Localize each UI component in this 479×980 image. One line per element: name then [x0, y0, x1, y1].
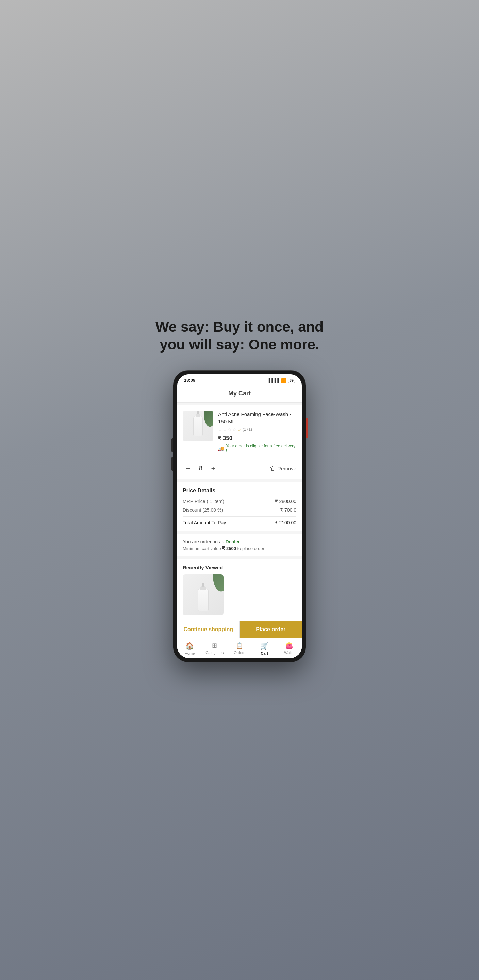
discount-label: Discount (25.00 %) [183, 508, 223, 513]
remove-button[interactable]: 🗑 Remove [270, 466, 296, 472]
quantity-plus-button[interactable]: + [208, 463, 219, 474]
mrp-value: ₹ 2800.00 [275, 498, 297, 504]
cart-title: My Cart [228, 390, 251, 397]
cart-header: My Cart [177, 385, 302, 402]
quantity-value: 8 [199, 465, 202, 472]
status-time: 18:09 [184, 378, 195, 383]
nav-item-wallet[interactable]: 👛 Wallet [277, 638, 302, 658]
home-icon: 🏠 [185, 642, 194, 650]
bottom-nav: 🏠 Home ⊞ Categories 📋 Orders 🛒 Cart 👛 [177, 638, 302, 658]
star-4: ☆ [232, 427, 236, 432]
remove-label: Remove [277, 466, 296, 471]
dealer-info-card: You are ordering as Dealer Minimum cart … [177, 533, 302, 556]
home-label: Home [185, 651, 194, 655]
recently-viewed-item-1[interactable] [183, 574, 223, 615]
trash-icon: 🗑 [270, 466, 275, 472]
phone-frame: 18:09 ▐▐▐▐ 📶 39 My Cart [173, 370, 306, 662]
cart-item-card: Anti Acne Foaming Face-Wash - 150 Ml ☆ ☆… [177, 405, 302, 479]
star-rating: ☆ ☆ ☆ ☆ ☆ (171) [218, 427, 296, 432]
total-label: Total Amount To Pay [183, 520, 226, 525]
tagline: We say: Buy it once, and you will say: O… [156, 318, 323, 354]
discount-value: ₹ 700.0 [280, 508, 296, 513]
recently-viewed-section: Recently Viewed [177, 559, 302, 620]
min-cart-label: Minimum cart value [183, 546, 221, 551]
ordering-text: You are ordering as [183, 539, 224, 544]
nav-item-orders[interactable]: 📋 Orders [227, 638, 252, 658]
star-1: ☆ [218, 427, 222, 432]
categories-label: Categories [205, 651, 223, 655]
star-5: ☆ [237, 427, 241, 432]
wallet-icon: 👛 [285, 642, 293, 649]
min-cart-amount: ₹ 2500 [222, 546, 236, 551]
status-bar: 18:09 ▐▐▐▐ 📶 39 [177, 374, 302, 385]
wifi-icon: 📶 [281, 378, 286, 383]
price-details-title: Price Details [183, 488, 296, 494]
place-order-button[interactable]: Place order [240, 621, 302, 638]
status-icons: ▐▐▐▐ 📶 39 [267, 378, 295, 383]
product-price: ₹ 350 [218, 435, 296, 442]
orders-label: Orders [234, 651, 245, 655]
cart-label: Cart [261, 651, 268, 655]
price-details-card: Price Details MRP Price ( 1 item) ₹ 2800… [177, 482, 302, 531]
recently-viewed-title: Recently Viewed [183, 565, 296, 570]
phone-screen: 18:09 ▐▐▐▐ 📶 39 My Cart [177, 374, 302, 658]
total-value: ₹ 2100.00 [275, 520, 297, 525]
product-details: Anti Acne Foaming Face-Wash - 150 Ml ☆ ☆… [218, 411, 296, 453]
wallet-label: Wallet [284, 651, 294, 655]
product-name: Anti Acne Foaming Face-Wash - 150 Ml [218, 411, 296, 425]
quantity-controls: − 8 + [183, 463, 219, 474]
cart-icon: 🛒 [260, 642, 269, 650]
recently-viewed-items [183, 574, 296, 615]
star-2: ☆ [223, 427, 227, 432]
nav-item-home[interactable]: 🏠 Home [177, 638, 202, 658]
mrp-price-row: MRP Price ( 1 item) ₹ 2800.00 [183, 498, 296, 504]
screen-content: My Cart Anti Acne Foaming Face-Wash - 15… [177, 385, 302, 658]
nav-item-cart[interactable]: 🛒 Cart [252, 638, 277, 658]
dealer-highlight: Dealer [226, 539, 240, 544]
mrp-label: MRP Price ( 1 item) [183, 498, 224, 504]
price-value: 350 [223, 435, 232, 441]
free-delivery-text: Your order is eligible for a free delive… [226, 444, 296, 453]
battery-icon: 39 [288, 378, 295, 383]
review-count: (171) [243, 427, 252, 432]
delivery-truck-icon: 🚚 [218, 446, 224, 451]
discount-row: Discount (25.00 %) ₹ 700.0 [183, 508, 296, 513]
price-rupee-symbol: ₹ [218, 436, 221, 441]
product-bottle-illustration [193, 416, 203, 436]
product-image [183, 411, 213, 441]
min-cart-suffix: to place order [237, 546, 265, 551]
bottle-pump [197, 411, 199, 414]
signal-icon: ▐▐▐▐ [267, 378, 279, 383]
total-row: Total Amount To Pay ₹ 2100.00 [183, 516, 296, 525]
nav-item-categories[interactable]: ⊞ Categories [202, 638, 227, 658]
action-buttons: Continue shopping Place order [177, 620, 302, 638]
dealer-text: You are ordering as Dealer [183, 539, 296, 544]
categories-icon: ⊞ [212, 642, 217, 649]
rv-bottle-illustration [198, 589, 208, 611]
cart-item-actions: − 8 + 🗑 Remove [183, 459, 296, 474]
free-delivery-notice: 🚚 Your order is eligible for a free deli… [218, 444, 296, 453]
quantity-minus-button[interactable]: − [183, 463, 194, 474]
cart-item-top: Anti Acne Foaming Face-Wash - 150 Ml ☆ ☆… [183, 411, 296, 453]
star-3: ☆ [228, 427, 232, 432]
continue-shopping-button[interactable]: Continue shopping [177, 621, 240, 638]
min-cart-text: Minimum cart value ₹ 2500 to place order [183, 546, 296, 551]
orders-icon: 📋 [236, 642, 243, 649]
